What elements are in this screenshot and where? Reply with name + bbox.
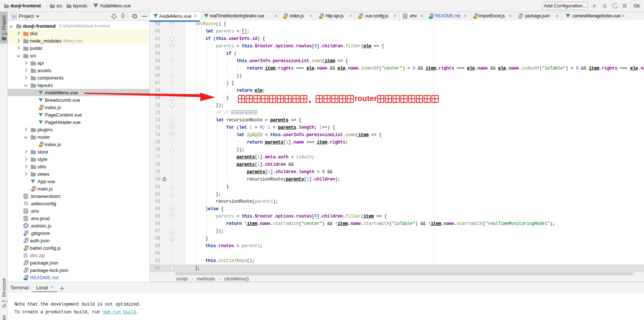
svg-text:JS: JS xyxy=(31,189,34,192)
svg-text:MD: MD xyxy=(429,17,433,19)
svg-text:JS: JS xyxy=(39,108,42,110)
svg-text:JS: JS xyxy=(24,249,27,251)
svg-text:JS: JS xyxy=(39,145,42,147)
svg-text:MD: MD xyxy=(24,278,27,280)
svg-text:JS: JS xyxy=(474,17,476,19)
svg-text:JS: JS xyxy=(284,17,286,19)
svg-text:JS: JS xyxy=(319,17,322,19)
svg-text:JS: JS xyxy=(359,17,361,19)
